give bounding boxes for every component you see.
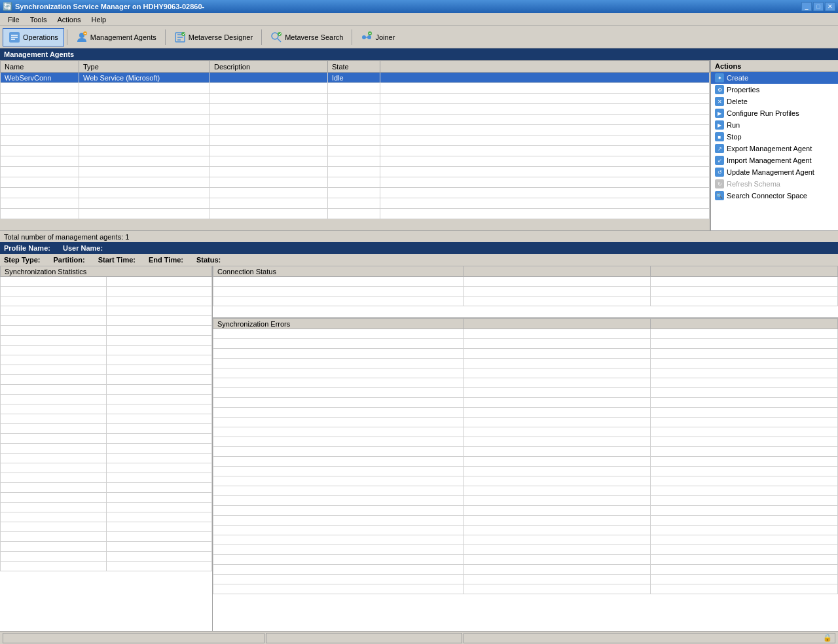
table-row[interactable] [1,188,710,198]
action-export-ma[interactable]: ↗ Export Management Agent [711,143,838,154]
table-row[interactable] [1,94,710,104]
se-row [213,457,838,467]
table-row[interactable] [1,83,710,94]
table-row[interactable] [1,135,710,146]
se-row [213,584,838,594]
maximize-button[interactable]: □ [813,2,824,11]
ma-count-text: Total number of management agents: 1 [4,233,129,241]
action-configure-label: Configure Run Profiles [727,109,799,117]
sync-errors-table: Synchronization Errors [213,318,838,594]
action-import-ma-label: Import Management Agent [727,156,812,164]
se-row [213,437,838,447]
sync-stats-row [1,522,212,532]
svg-point-9 [368,31,372,35]
se-col3 [650,319,837,329]
metaverse-search-icon [270,31,282,43]
menu-actions[interactable]: Actions [52,14,86,25]
table-row[interactable] [1,177,710,188]
col-name: Name [1,61,79,73]
se-row [213,427,838,437]
action-stop[interactable]: ■ Stop [711,131,838,143]
joiner-button[interactable]: Joiner [355,28,401,46]
table-row[interactable] [1,125,710,135]
action-import-ma[interactable]: ↙ Import Management Agent [711,154,838,166]
export-ma-icon: ↗ [715,144,724,153]
table-row[interactable] [1,198,710,209]
status-seg-1 [3,633,264,643]
title-bar: 🔄 Synchronization Service Manager on HDH… [0,0,838,13]
se-row [213,486,838,496]
title-label: Synchronization Service Manager on HDHY9… [15,3,204,10]
menu-help[interactable]: Help [86,14,112,25]
se-row [213,418,838,427]
menu-file[interactable]: File [3,14,25,25]
conn-col2 [463,266,650,277]
table-row[interactable] [1,115,710,125]
cell-name: WebServConn [1,73,79,83]
table-row[interactable] [1,146,710,156]
cell-extra [380,73,710,83]
action-configure-run-profiles[interactable]: ▶ Configure Run Profiles [711,107,838,119]
col-state: State [328,61,380,73]
ma-section-title: Management Agents [4,50,74,58]
ma-panel: Name Type Description State WebServConn … [0,60,838,230]
metaverse-designer-icon [174,31,186,43]
action-create[interactable]: ✦ Create [711,72,838,84]
action-run-label: Run [727,121,740,129]
partition-label: Partition: [53,256,84,264]
metaverse-search-button[interactable]: Metaverse Search [264,28,349,46]
status-label: Status: [196,256,221,264]
connection-status-area: Connection Status [213,266,838,318]
management-agents-label: Management Agents [90,33,156,41]
sync-stats-row [1,512,212,522]
se-row [213,535,838,545]
action-properties[interactable]: ⚙ Properties [711,84,838,96]
operations-label: Operations [23,33,58,41]
metaverse-designer-button[interactable]: Metaverse Designer [168,28,259,46]
table-row[interactable] [1,156,710,167]
conn-row [213,277,838,287]
operations-button[interactable]: Operations [3,28,64,46]
status-bar: Total number of management agents: 1 [0,230,838,242]
table-row[interactable] [1,167,710,177]
separator-4 [352,29,352,45]
update-ma-icon: ↺ [715,168,724,177]
se-row [213,339,838,349]
ma-table-area: Name Type Description State WebServConn … [0,60,710,230]
action-update-ma-label: Update Management Agent [727,168,814,176]
close-button[interactable]: ✕ [825,2,835,11]
sync-stats-row [1,552,212,562]
col-extra [380,61,710,73]
menu-tools[interactable]: Tools [25,14,52,25]
action-refresh-schema-label: Refresh Schema [727,180,780,188]
conn-col3 [650,266,837,277]
action-update-ma[interactable]: ↺ Update Management Agent [711,166,838,178]
sync-stats-row [1,336,212,346]
svg-point-2 [83,31,87,35]
sync-stats-row [1,483,212,493]
sync-stats-row [1,385,212,395]
sync-stats-header: Synchronization Statistics [1,266,212,277]
table-row[interactable] [1,209,710,219]
sync-stats-table: Synchronization Statistics [0,266,212,571]
cell-type: Web Service (Microsoft) [79,73,210,83]
action-search-connector-space[interactable]: 🔍 Search Connector Space [711,190,838,202]
action-delete[interactable]: ✕ Delete [711,96,838,107]
stop-icon: ■ [715,132,724,141]
se-row [213,476,838,486]
sync-stats-row [1,287,212,296]
se-row [213,526,838,535]
minimize-button[interactable]: _ [801,2,812,11]
se-row [213,349,838,359]
se-row [213,555,838,565]
table-row[interactable]: WebServConn Web Service (Microsoft) Idle [1,73,710,83]
actions-panel: Actions ✦ Create ⚙ Properties ✕ Delete ▶… [710,60,838,230]
se-row [213,545,838,555]
start-time-field: Start Time: [98,256,138,264]
sync-stats-row [1,424,212,434]
app-icon: 🔄 [3,2,12,11]
management-agents-button[interactable]: Management Agents [70,28,162,46]
action-run[interactable]: ▶ Run [711,119,838,131]
status-field: Status: [196,256,223,264]
table-row[interactable] [1,104,710,115]
